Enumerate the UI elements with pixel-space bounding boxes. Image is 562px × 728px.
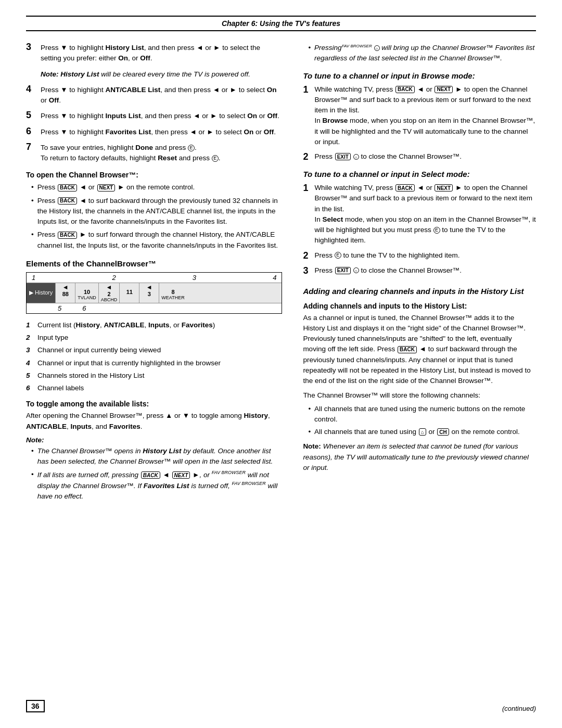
chapter-header: Chapter 6: Using the TV's features xyxy=(26,16,536,31)
channels-stored-list: All channels that are tuned using the nu… xyxy=(303,404,536,438)
list-item: Press BACK ► to surf forward through the… xyxy=(31,229,282,251)
select-step-3: 3 Press EXIT ○ to close the Channel Brow… xyxy=(303,265,536,276)
select-step-2-text: Press E to tune the TV to the highlighte… xyxy=(314,250,536,261)
channel-num: 10 xyxy=(84,289,90,295)
page-footer: 36 (continued) xyxy=(26,700,536,712)
list-item: The Channel Browser™ opens in History Li… xyxy=(31,446,282,467)
diagram-cells: ◄ 88 10 TVLAND ◄ 2 ABCHD xyxy=(55,283,282,303)
cell-4: 11 xyxy=(119,283,139,303)
browse-step-2-num: 2 xyxy=(303,151,314,162)
arrow-left-icon: ◄ xyxy=(146,284,152,291)
next-icon4: NEXT xyxy=(435,184,453,191)
exit-icon2: EXIT xyxy=(335,267,351,274)
fav-browser-label: FAV BROWSER xyxy=(212,470,246,475)
step-3-text: Press ▼ to highlight History List, and t… xyxy=(41,43,282,64)
left-column: 3 Press ▼ to highlight History List, and… xyxy=(26,43,282,506)
channel-label: ABCHD xyxy=(101,297,118,302)
ch-icon: CH xyxy=(437,428,449,436)
adding-section-heading: Adding and clearing channels and inputs … xyxy=(303,286,536,297)
toggle-note-list: The Channel Browser™ opens in History Li… xyxy=(26,446,282,502)
back-icon: BACK xyxy=(58,184,77,191)
step-6-number: 6 xyxy=(26,126,41,137)
browse-step-1-text: While watching TV, press BACK ◄ or NEXT … xyxy=(314,84,536,148)
next-icon: NEXT xyxy=(97,184,116,191)
fav-browser-superscript: FAV BROWSER xyxy=(342,44,372,48)
legend-item-1: 1 Current list (History, ANT/CABLE, Inpu… xyxy=(26,320,282,330)
adding-body-text: As a channel or input is tuned, the Chan… xyxy=(303,313,536,387)
enter-icon2: E xyxy=(212,155,219,162)
list-item: Press BACK ◄ or NEXT ► on the remote con… xyxy=(31,182,282,193)
fav-browser-label2: FAV BROWSER xyxy=(232,481,265,486)
cell-2: 10 TVLAND xyxy=(75,283,98,303)
enter-icon4: E xyxy=(335,252,341,259)
arrow-left-icon: ◄ xyxy=(62,284,69,291)
fav-circle-icon: ○ xyxy=(374,45,380,51)
exit-circle-icon: ○ xyxy=(353,154,359,160)
select-step-2-num: 2 xyxy=(303,250,314,261)
select-step-3-text: Press EXIT ○ to close the Channel Browse… xyxy=(314,265,536,276)
legend-item-3: 3 Channel or input currently being viewe… xyxy=(26,345,282,355)
next-icon3: NEXT xyxy=(435,86,453,93)
channel-label: TVLAND xyxy=(78,295,96,300)
channel-num: 11 xyxy=(126,289,133,295)
chapter-title: Chapter 6: Using the TV's features xyxy=(222,19,340,28)
browse-step-1: 1 While watching TV, press BACK ◄ or NEX… xyxy=(303,84,536,148)
back-icon7: BACK xyxy=(398,346,417,353)
channel-browser-diagram: 1 2 3 4 ▶ History ◄ 88 10 xyxy=(26,272,282,314)
exit-circle-icon2: ○ xyxy=(353,267,359,273)
fav-browser-note-item: PressingFAV BROWSER ○ will bring up the … xyxy=(308,43,536,64)
right-column: PressingFAV BROWSER ○ will bring up the … xyxy=(303,43,536,506)
select-step-1-num: 1 xyxy=(303,183,314,194)
adding-note: Note: Whenever an item is selected that … xyxy=(303,441,536,473)
continued-text: (continued) xyxy=(502,705,536,712)
adding-sub-heading: Adding channels and inputs to the Histor… xyxy=(303,302,536,310)
fav-browser-note-list: PressingFAV BROWSER ○ will bring up the … xyxy=(303,43,536,64)
elements-heading: Elements of the ChannelBrowser™ xyxy=(26,259,282,268)
legend-item-4: 4 Channel or input that is currently hig… xyxy=(26,358,282,368)
enter-icon3: E xyxy=(433,227,440,234)
list-item: All channels that are tuned using ⌂ or C… xyxy=(308,427,536,437)
list-item: Press BACK ◄ to surf backward through th… xyxy=(31,196,282,227)
cell-1: ◄ 88 xyxy=(55,283,75,303)
back-icon2: BACK xyxy=(58,197,77,205)
browse-step-2: 2 Press EXIT ○ to close the Channel Brow… xyxy=(303,151,536,162)
content-area: 3 Press ▼ to highlight History List, and… xyxy=(26,43,536,506)
exit-icon: EXIT xyxy=(335,153,351,160)
step-4: 4 Press ▼ to highlight ANT/CABLE List, a… xyxy=(26,85,282,106)
legend-item-2: 2 Input type xyxy=(26,333,282,343)
step-4-text: Press ▼ to highlight ANT/CABLE List, and… xyxy=(41,85,282,106)
toggle-heading: To toggle among the available lists: xyxy=(26,400,282,408)
cell-5: ◄ 3 xyxy=(139,283,159,303)
diagram-bottom-numbers: 5 6 xyxy=(27,303,282,313)
browse-mode-heading: To tune to a channel or input in Browse … xyxy=(303,71,536,80)
browse-step-2-text: Press EXIT ○ to close the Channel Browse… xyxy=(314,151,536,162)
channel-num: 88 xyxy=(62,291,69,297)
legend-item-5: 5 Channels stored in the History List xyxy=(26,371,282,381)
select-mode-heading: To tune to a channel or input in Select … xyxy=(303,170,536,178)
channel-num: 3 xyxy=(148,291,151,297)
list-item: All channels that are tuned using the nu… xyxy=(308,404,536,425)
ant-icon: ⌂ xyxy=(419,428,426,436)
toggle-text: After opening the Channel Browser™, pres… xyxy=(26,411,282,432)
history-label: ▶ History xyxy=(27,283,55,303)
arrow-left-icon: ◄ xyxy=(106,284,112,291)
step-7-number: 7 xyxy=(26,142,41,152)
page-number: 36 xyxy=(26,700,45,712)
step-5: 5 Press ▼ to highlight Inputs List, and … xyxy=(26,111,282,121)
diagram-row: ▶ History ◄ 88 10 TVLAND ◄ xyxy=(27,283,282,303)
legend-item-6: 6 Channel labels xyxy=(26,383,282,393)
step-6: 6 Press ▼ to highlight Favorites List, t… xyxy=(26,127,282,137)
enter-icon: E xyxy=(188,145,195,151)
step-3-number: 3 xyxy=(26,42,41,53)
browse-step-1-num: 1 xyxy=(303,84,314,95)
channel-num: 8 xyxy=(171,289,174,295)
step-3: 3 Press ▼ to highlight History List, and… xyxy=(26,43,282,64)
channel-num: 2 xyxy=(107,291,110,297)
step-5-number: 5 xyxy=(26,110,41,121)
select-step-3-num: 3 xyxy=(303,265,314,276)
select-step-1-text: While watching TV, press BACK ◄ or NEXT … xyxy=(314,183,536,246)
page: Chapter 6: Using the TV's features 3 Pre… xyxy=(0,0,562,728)
select-step-2: 2 Press E to tune the TV to the highligh… xyxy=(303,250,536,261)
step-6-text: Press ▼ to highlight Favorites List, the… xyxy=(41,127,282,137)
diagram-top-numbers: 1 2 3 4 xyxy=(27,273,282,283)
